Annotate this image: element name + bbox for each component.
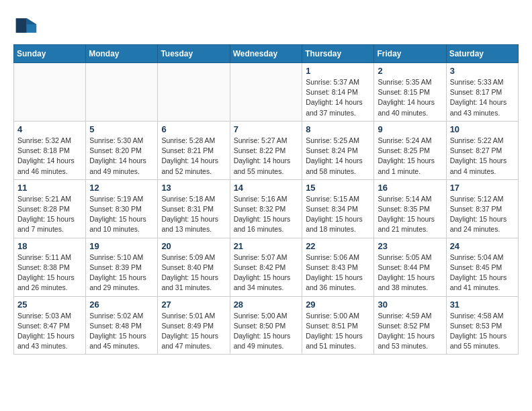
calendar-cell: 12Sunrise: 5:19 AM Sunset: 8:30 PM Dayli… [86,179,158,238]
day-number: 14 [234,183,299,193]
logo [13,13,42,38]
day-number: 15 [306,183,370,193]
calendar-cell: 14Sunrise: 5:16 AM Sunset: 8:32 PM Dayli… [230,179,302,238]
calendar-cell: 16Sunrise: 5:14 AM Sunset: 8:35 PM Dayli… [374,179,446,238]
day-number: 12 [89,183,154,193]
day-number: 30 [378,300,442,310]
day-info: Sunrise: 5:12 AM Sunset: 8:37 PM Dayligh… [450,194,515,235]
day-number: 1 [306,66,370,76]
day-info: Sunrise: 5:32 AM Sunset: 8:18 PM Dayligh… [17,136,82,177]
calendar-cell: 3Sunrise: 5:33 AM Sunset: 8:17 PM Daylig… [446,63,518,122]
calendar-cell [230,63,302,122]
calendar-week-1: 1Sunrise: 5:37 AM Sunset: 8:14 PM Daylig… [14,63,519,122]
day-number: 18 [17,241,82,251]
day-number: 2 [378,66,442,76]
calendar-cell: 22Sunrise: 5:06 AM Sunset: 8:43 PM Dayli… [302,238,374,296]
day-info: Sunrise: 5:19 AM Sunset: 8:30 PM Dayligh… [89,194,154,235]
calendar-cell: 15Sunrise: 5:15 AM Sunset: 8:34 PM Dayli… [302,179,374,238]
calendar-cell: 1Sunrise: 5:37 AM Sunset: 8:14 PM Daylig… [302,63,374,122]
day-number: 28 [234,300,299,310]
day-number: 20 [161,241,226,251]
day-info: Sunrise: 5:03 AM Sunset: 8:47 PM Dayligh… [17,311,82,352]
day-number: 23 [378,241,442,251]
calendar-cell: 17Sunrise: 5:12 AM Sunset: 8:37 PM Dayli… [446,179,518,238]
day-info: Sunrise: 5:33 AM Sunset: 8:17 PM Dayligh… [450,77,515,118]
day-number: 5 [89,124,154,134]
day-number: 16 [378,183,442,193]
calendar-cell: 18Sunrise: 5:11 AM Sunset: 8:38 PM Dayli… [14,238,86,296]
day-number: 25 [17,300,82,310]
day-number: 21 [234,241,299,251]
calendar-cell: 4Sunrise: 5:32 AM Sunset: 8:18 PM Daylig… [14,121,86,179]
day-info: Sunrise: 5:06 AM Sunset: 8:43 PM Dayligh… [306,253,370,293]
calendar-cell: 20Sunrise: 5:09 AM Sunset: 8:40 PM Dayli… [158,238,230,296]
calendar-table: SundayMondayTuesdayWednesdayThursdayFrid… [13,44,519,355]
calendar-week-5: 25Sunrise: 5:03 AM Sunset: 8:47 PM Dayli… [14,296,519,355]
day-number: 26 [89,300,154,310]
calendar-cell: 29Sunrise: 5:00 AM Sunset: 8:51 PM Dayli… [302,296,374,355]
calendar-cell: 26Sunrise: 5:02 AM Sunset: 8:48 PM Dayli… [86,296,158,355]
day-number: 13 [161,183,226,193]
weekday-header-sunday: Sunday [14,45,86,63]
logo-icon [13,13,38,38]
day-info: Sunrise: 5:07 AM Sunset: 8:42 PM Dayligh… [234,253,299,293]
day-info: Sunrise: 5:14 AM Sunset: 8:35 PM Dayligh… [378,194,442,235]
day-info: Sunrise: 5:22 AM Sunset: 8:27 PM Dayligh… [450,136,515,177]
day-info: Sunrise: 5:04 AM Sunset: 8:45 PM Dayligh… [450,253,515,293]
weekday-header-saturday: Saturday [446,45,518,63]
weekday-header-thursday: Thursday [302,45,374,63]
weekday-header-tuesday: Tuesday [158,45,230,63]
weekday-header-wednesday: Wednesday [230,45,302,63]
calendar-cell [86,63,158,122]
day-info: Sunrise: 5:16 AM Sunset: 8:32 PM Dayligh… [234,194,299,235]
calendar-cell: 5Sunrise: 5:30 AM Sunset: 8:20 PM Daylig… [86,121,158,179]
calendar-week-3: 11Sunrise: 5:21 AM Sunset: 8:28 PM Dayli… [14,179,519,238]
calendar-cell: 23Sunrise: 5:05 AM Sunset: 8:44 PM Dayli… [374,238,446,296]
day-number: 3 [450,66,515,76]
calendar-cell: 30Sunrise: 4:59 AM Sunset: 8:52 PM Dayli… [374,296,446,355]
day-info: Sunrise: 5:21 AM Sunset: 8:28 PM Dayligh… [17,194,82,235]
day-info: Sunrise: 5:00 AM Sunset: 8:50 PM Dayligh… [234,311,299,352]
day-info: Sunrise: 5:28 AM Sunset: 8:21 PM Dayligh… [161,136,226,177]
day-info: Sunrise: 5:27 AM Sunset: 8:22 PM Dayligh… [234,136,299,177]
day-info: Sunrise: 5:11 AM Sunset: 8:38 PM Dayligh… [17,253,82,293]
day-info: Sunrise: 5:18 AM Sunset: 8:31 PM Dayligh… [161,194,226,235]
calendar-cell [14,63,86,122]
day-number: 10 [450,124,515,134]
calendar-cell: 31Sunrise: 4:58 AM Sunset: 8:53 PM Dayli… [446,296,518,355]
day-number: 19 [89,241,154,251]
weekday-header-friday: Friday [374,45,446,63]
calendar-cell: 24Sunrise: 5:04 AM Sunset: 8:45 PM Dayli… [446,238,518,296]
calendar-header-row: SundayMondayTuesdayWednesdayThursdayFrid… [14,45,519,63]
calendar-cell: 13Sunrise: 5:18 AM Sunset: 8:31 PM Dayli… [158,179,230,238]
day-number: 9 [378,124,442,134]
day-info: Sunrise: 5:09 AM Sunset: 8:40 PM Dayligh… [161,253,226,293]
day-number: 29 [306,300,370,310]
calendar-cell: 2Sunrise: 5:35 AM Sunset: 8:15 PM Daylig… [374,63,446,122]
day-number: 27 [161,300,226,310]
day-info: Sunrise: 5:37 AM Sunset: 8:14 PM Dayligh… [306,77,370,118]
calendar-cell: 10Sunrise: 5:22 AM Sunset: 8:27 PM Dayli… [446,121,518,179]
calendar-cell: 21Sunrise: 5:07 AM Sunset: 8:42 PM Dayli… [230,238,302,296]
day-info: Sunrise: 5:02 AM Sunset: 8:48 PM Dayligh… [89,311,154,352]
day-info: Sunrise: 4:58 AM Sunset: 8:53 PM Dayligh… [450,311,515,352]
day-number: 11 [17,183,82,193]
svg-rect-2 [16,18,27,33]
calendar-cell: 8Sunrise: 5:25 AM Sunset: 8:24 PM Daylig… [302,121,374,179]
day-info: Sunrise: 5:10 AM Sunset: 8:39 PM Dayligh… [89,253,154,293]
calendar-week-4: 18Sunrise: 5:11 AM Sunset: 8:38 PM Dayli… [14,238,519,296]
day-info: Sunrise: 5:15 AM Sunset: 8:34 PM Dayligh… [306,194,370,235]
day-number: 6 [161,124,226,134]
day-number: 17 [450,183,515,193]
day-info: Sunrise: 5:05 AM Sunset: 8:44 PM Dayligh… [378,253,442,293]
calendar-cell: 27Sunrise: 5:01 AM Sunset: 8:49 PM Dayli… [158,296,230,355]
day-info: Sunrise: 5:01 AM Sunset: 8:49 PM Dayligh… [161,311,226,352]
day-info: Sunrise: 5:35 AM Sunset: 8:15 PM Dayligh… [378,77,442,118]
calendar-cell: 28Sunrise: 5:00 AM Sunset: 8:50 PM Dayli… [230,296,302,355]
weekday-header-monday: Monday [86,45,158,63]
day-number: 22 [306,241,370,251]
svg-marker-1 [27,18,36,24]
header [13,13,519,38]
day-number: 8 [306,124,370,134]
day-info: Sunrise: 4:59 AM Sunset: 8:52 PM Dayligh… [378,311,442,352]
